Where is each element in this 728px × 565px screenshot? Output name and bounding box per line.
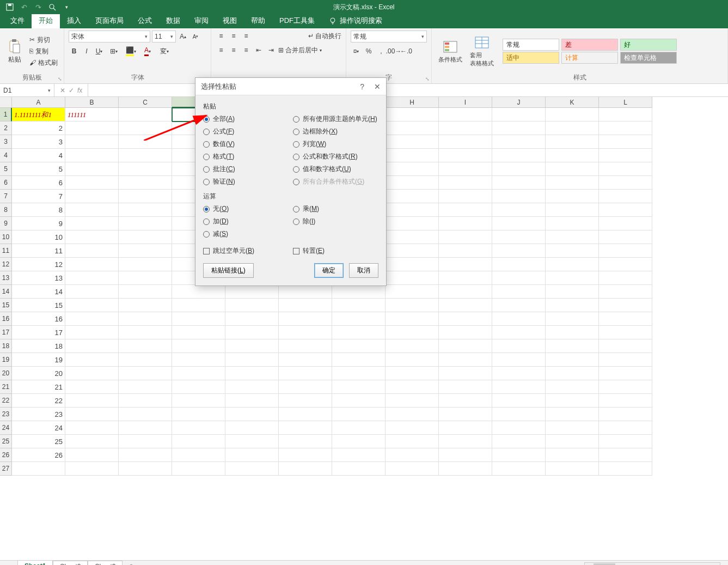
cell-L2[interactable] bbox=[599, 121, 652, 135]
cell-L3[interactable] bbox=[599, 135, 652, 149]
cell-F14[interactable] bbox=[279, 285, 332, 299]
cell-L20[interactable] bbox=[599, 367, 652, 380]
cell-J14[interactable] bbox=[492, 285, 546, 299]
tab-home[interactable]: 开始 bbox=[32, 13, 60, 28]
cell-D16[interactable] bbox=[172, 312, 225, 326]
row-header-1[interactable]: 1 bbox=[0, 108, 12, 121]
cell-I11[interactable] bbox=[439, 244, 492, 258]
radio-w[interactable]: 列宽(W) bbox=[293, 139, 378, 149]
cell-L19[interactable] bbox=[599, 353, 652, 367]
radio-u[interactable]: 值和数字格式(U) bbox=[293, 165, 378, 174]
radio-c[interactable]: 批注(C) bbox=[203, 165, 289, 174]
cell-L14[interactable] bbox=[599, 285, 652, 299]
cell-D20[interactable] bbox=[172, 367, 225, 380]
cell-A20[interactable]: 20 bbox=[12, 367, 65, 380]
cell-B27[interactable] bbox=[65, 462, 119, 476]
cell-B11[interactable] bbox=[65, 244, 119, 258]
tab-review[interactable]: 审阅 bbox=[187, 13, 216, 28]
cell-K25[interactable] bbox=[546, 435, 599, 448]
cell-K10[interactable] bbox=[546, 230, 599, 244]
row-header-16[interactable]: 16 bbox=[0, 312, 12, 326]
cell-C9[interactable] bbox=[119, 217, 172, 230]
cell-C11[interactable] bbox=[119, 244, 172, 258]
cell-A9[interactable]: 9 bbox=[12, 217, 65, 230]
cell-I22[interactable] bbox=[439, 394, 492, 408]
cell-A18[interactable]: 18 bbox=[12, 339, 65, 353]
row-header-20[interactable]: 20 bbox=[0, 367, 12, 380]
cell-H11[interactable] bbox=[386, 244, 439, 258]
cell-J21[interactable] bbox=[492, 380, 546, 394]
cell-G14[interactable] bbox=[332, 285, 386, 299]
cell-C10[interactable] bbox=[119, 230, 172, 244]
cell-J17[interactable] bbox=[492, 326, 546, 339]
cell-G19[interactable] bbox=[332, 353, 386, 367]
row-header-24[interactable]: 24 bbox=[0, 421, 12, 435]
cell-C8[interactable] bbox=[119, 203, 172, 217]
tab-help[interactable]: 帮助 bbox=[244, 13, 272, 28]
radio-s[interactable]: 减(S) bbox=[203, 229, 289, 239]
cell-J16[interactable] bbox=[492, 312, 546, 326]
cell-H19[interactable] bbox=[386, 353, 439, 367]
column-header-K[interactable]: K bbox=[546, 97, 599, 108]
cell-I12[interactable] bbox=[439, 258, 492, 271]
cell-K14[interactable] bbox=[546, 285, 599, 299]
radio-d[interactable]: 加(D) bbox=[203, 217, 289, 226]
cell-H21[interactable] bbox=[386, 380, 439, 394]
cell-J1[interactable] bbox=[492, 108, 546, 121]
cell-B21[interactable] bbox=[65, 380, 119, 394]
cell-K1[interactable] bbox=[546, 108, 599, 121]
decrease-font-icon[interactable]: A▾ bbox=[190, 31, 201, 42]
cell-K20[interactable] bbox=[546, 367, 599, 380]
cell-F18[interactable] bbox=[279, 339, 332, 353]
undo-icon[interactable]: ↶ bbox=[20, 3, 28, 11]
cell-styles-gallery[interactable]: 常规 差 好 适中 计算 检查单元格 bbox=[503, 39, 677, 64]
cell-A11[interactable]: 11 bbox=[12, 244, 65, 258]
cancel-button[interactable]: 取消 bbox=[349, 263, 378, 278]
cell-E27[interactable] bbox=[225, 462, 279, 476]
align-bottom-icon[interactable]: ≡ bbox=[241, 31, 252, 41]
row-header-6[interactable]: 6 bbox=[0, 176, 12, 190]
cell-I18[interactable] bbox=[439, 339, 492, 353]
clipboard-dialog-launcher-icon[interactable]: ⤡ bbox=[58, 76, 62, 82]
cell-D22[interactable] bbox=[172, 394, 225, 408]
cell-D21[interactable] bbox=[172, 380, 225, 394]
cell-C21[interactable] bbox=[119, 380, 172, 394]
style-normal[interactable]: 常规 bbox=[503, 39, 559, 51]
cell-H9[interactable] bbox=[386, 217, 439, 230]
cell-E24[interactable] bbox=[225, 421, 279, 435]
style-bad[interactable]: 差 bbox=[561, 39, 618, 51]
cell-J22[interactable] bbox=[492, 394, 546, 408]
comma-format-icon[interactable]: , bbox=[376, 46, 387, 57]
cell-H2[interactable] bbox=[386, 121, 439, 135]
tab-formulas[interactable]: 公式 bbox=[131, 13, 159, 28]
cell-L15[interactable] bbox=[599, 299, 652, 312]
style-good[interactable]: 好 bbox=[620, 39, 677, 51]
cell-I26[interactable] bbox=[439, 448, 492, 462]
cell-A1[interactable]: 1.1111111和1 bbox=[12, 108, 65, 121]
cell-L22[interactable] bbox=[599, 394, 652, 408]
cell-A24[interactable]: 24 bbox=[12, 421, 65, 435]
cell-K15[interactable] bbox=[546, 299, 599, 312]
radio-a[interactable]: 全部(A) bbox=[203, 114, 289, 124]
cell-A19[interactable]: 19 bbox=[12, 353, 65, 367]
cell-A23[interactable]: 23 bbox=[12, 408, 65, 421]
cell-K4[interactable] bbox=[546, 149, 599, 162]
cell-A15[interactable]: 15 bbox=[12, 299, 65, 312]
cell-C7[interactable] bbox=[119, 190, 172, 203]
cell-K18[interactable] bbox=[546, 339, 599, 353]
cell-C13[interactable] bbox=[119, 271, 172, 285]
cell-I19[interactable] bbox=[439, 353, 492, 367]
cell-B5[interactable] bbox=[65, 162, 119, 176]
print-preview-icon[interactable] bbox=[48, 3, 57, 11]
cell-A2[interactable]: 2 bbox=[12, 121, 65, 135]
row-header-4[interactable]: 4 bbox=[0, 149, 12, 162]
radio-v[interactable]: 数值(V) bbox=[203, 139, 289, 149]
cell-G25[interactable] bbox=[332, 435, 386, 448]
cell-K27[interactable] bbox=[546, 462, 599, 476]
radio-t[interactable]: 格式(T) bbox=[203, 152, 289, 161]
cell-H7[interactable] bbox=[386, 190, 439, 203]
cell-H18[interactable] bbox=[386, 339, 439, 353]
cell-G24[interactable] bbox=[332, 421, 386, 435]
cell-C23[interactable] bbox=[119, 408, 172, 421]
radio-n[interactable]: 验证(N) bbox=[203, 177, 289, 186]
